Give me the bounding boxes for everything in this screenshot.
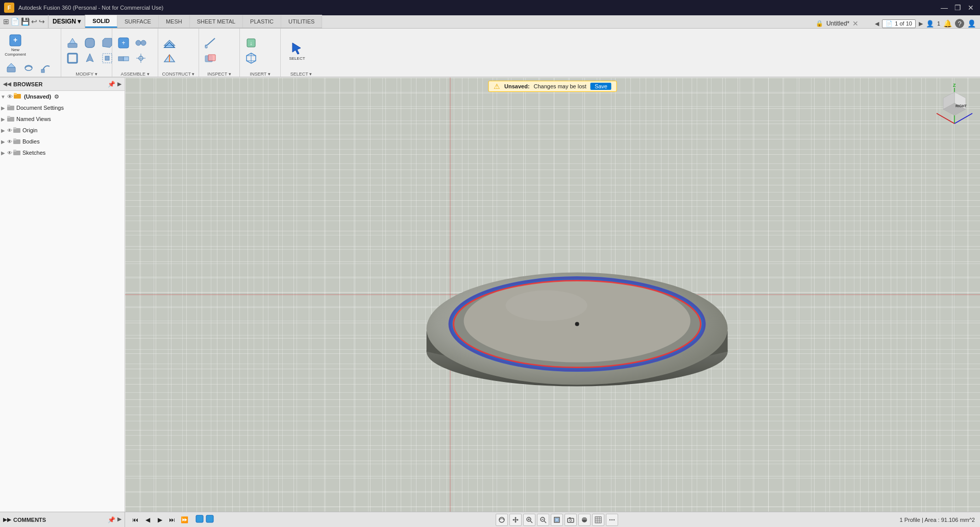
file-icon[interactable]: 📄 bbox=[11, 17, 19, 26]
browser-toggle-btn[interactable]: ◀◀ bbox=[3, 81, 11, 87]
unsaved-message: Changes may be lost bbox=[534, 83, 586, 89]
origin-label: Origin bbox=[22, 127, 37, 133]
bodies-eye-icon[interactable]: 👁 bbox=[7, 139, 12, 145]
viewport[interactable]: ⚠ Unsaved: Changes may be lost Save bbox=[125, 78, 980, 512]
orbit-btn[interactable] bbox=[496, 514, 508, 526]
as-built-joint-btn[interactable] bbox=[115, 51, 132, 65]
construct-label: CONSTRUCT ▾ bbox=[161, 71, 195, 77]
joint-origin-icon bbox=[134, 52, 148, 65]
grid-icon[interactable]: ⊞ bbox=[3, 17, 9, 26]
extrude-btn[interactable] bbox=[3, 61, 19, 75]
tab-solid[interactable]: SOLID bbox=[85, 15, 117, 28]
zoom-btn[interactable] bbox=[523, 514, 535, 526]
display-mode-btn[interactable] bbox=[578, 514, 591, 526]
tab-plastic[interactable]: PLASTIC bbox=[243, 15, 281, 28]
browser-root-item[interactable]: ▼ 👁 (Unsaved) ⚙ bbox=[0, 91, 125, 102]
timeline-first-btn[interactable]: ⏮ bbox=[130, 515, 140, 525]
tab-surface[interactable]: SURFACE bbox=[117, 15, 159, 28]
joint-icon bbox=[134, 36, 148, 50]
new-component-assemble-btn[interactable]: + bbox=[115, 36, 132, 50]
svg-rect-41 bbox=[208, 55, 215, 61]
measure-btn[interactable] bbox=[202, 36, 218, 50]
draft-btn[interactable] bbox=[82, 51, 98, 65]
timeline-fast-btn[interactable]: ⏩ bbox=[179, 515, 189, 525]
press-pull-btn[interactable] bbox=[64, 36, 81, 50]
insert-mesh-btn[interactable] bbox=[243, 51, 259, 65]
insert-label: INSERT ▾ bbox=[243, 71, 277, 77]
assemble-icons: + bbox=[115, 31, 155, 70]
browser-doc-settings[interactable]: ▶ Document Settings bbox=[0, 102, 125, 113]
joint-origin-btn[interactable] bbox=[133, 51, 149, 65]
select-btn[interactable]: SELECT bbox=[284, 36, 310, 65]
timeline-next-btn[interactable]: ⏭ bbox=[167, 515, 177, 525]
sweep-btn[interactable] bbox=[38, 61, 54, 75]
grid-display-btn[interactable] bbox=[592, 514, 604, 526]
tab-utilities[interactable]: UTILITIES bbox=[281, 15, 322, 28]
assemble-group: + bbox=[112, 29, 158, 77]
origin-eye-icon[interactable]: 👁 bbox=[7, 128, 12, 133]
design-mode-btn[interactable]: DESIGN ▾ bbox=[48, 15, 85, 28]
comments-pin-btn[interactable]: 📌 bbox=[108, 516, 115, 523]
browser-sketches[interactable]: ▶ 👁 Sketches bbox=[0, 147, 125, 158]
close-file-btn[interactable]: ✕ bbox=[852, 19, 859, 28]
svg-marker-20 bbox=[86, 54, 93, 62]
sketches-eye-icon[interactable]: 👁 bbox=[7, 150, 12, 156]
browser-pin-btn[interactable]: 📌 bbox=[108, 81, 115, 88]
close-button[interactable]: ✕ bbox=[966, 3, 976, 13]
feature-icon-2[interactable] bbox=[206, 515, 214, 524]
browser-named-views[interactable]: ▶ Named Views bbox=[0, 113, 125, 125]
camera-menu-btn[interactable] bbox=[565, 514, 577, 526]
fillet-btn[interactable] bbox=[82, 36, 98, 50]
account-icon[interactable]: 👤 bbox=[967, 19, 976, 28]
timeline-prev-btn[interactable]: ◀ bbox=[142, 515, 153, 525]
tab-sheet-metal[interactable]: SHEET METAL bbox=[190, 15, 243, 28]
svg-marker-82 bbox=[514, 521, 517, 523]
browser-bodies[interactable]: ▶ 👁 Bodies bbox=[0, 136, 125, 147]
svg-text:Z: Z bbox=[953, 83, 956, 88]
offset-plane-btn[interactable] bbox=[161, 36, 178, 50]
interference-btn[interactable] bbox=[202, 51, 218, 65]
inspect-group: INSPECT ▾ bbox=[199, 29, 240, 77]
construct-icons bbox=[161, 31, 195, 70]
more-tools-btn[interactable] bbox=[606, 514, 618, 526]
assemble-label: ASSEMBLE ▾ bbox=[115, 71, 155, 77]
save-button[interactable]: Save bbox=[591, 83, 611, 90]
joint-btn[interactable] bbox=[133, 36, 149, 50]
notification-icon[interactable]: 🔔 bbox=[943, 19, 952, 28]
new-component-btn[interactable]: + New Component bbox=[3, 31, 28, 59]
feature-icon-1[interactable] bbox=[195, 515, 204, 524]
undo-icon[interactable]: ↩ bbox=[31, 17, 37, 26]
user-icon[interactable]: 👤 bbox=[926, 20, 934, 28]
comments-expand-icon[interactable]: ▶ bbox=[117, 516, 121, 523]
bodies-label: Bodies bbox=[22, 138, 40, 145]
select-label-group: SELECT ▾ bbox=[284, 71, 318, 77]
redo-icon[interactable]: ↪ bbox=[39, 17, 45, 26]
browser-origin[interactable]: ▶ 👁 Origin bbox=[0, 125, 125, 136]
view-cube[interactable]: Z RIGHT bbox=[934, 83, 975, 124]
comments-controls: 📌 ▶ bbox=[108, 516, 121, 523]
plane-angle-btn[interactable] bbox=[161, 51, 178, 65]
page-forward-btn[interactable]: ▶ bbox=[919, 20, 923, 27]
timeline-play-btn[interactable]: ▶ bbox=[155, 515, 165, 525]
browser-expand-btn[interactable]: ▶ bbox=[117, 81, 121, 87]
save-icon[interactable]: 💾 bbox=[21, 17, 30, 26]
minimize-button[interactable]: — bbox=[939, 3, 949, 13]
root-settings-icon[interactable]: ⚙ bbox=[54, 93, 59, 100]
comments-expand-btn[interactable]: ▶▶ bbox=[3, 517, 11, 522]
restore-button[interactable]: ❐ bbox=[952, 3, 963, 13]
shell-btn[interactable] bbox=[64, 51, 81, 65]
svg-point-95 bbox=[570, 519, 572, 521]
tab-mesh[interactable]: MESH bbox=[159, 15, 190, 28]
app-icon: F bbox=[4, 3, 14, 13]
svg-rect-4 bbox=[7, 67, 15, 72]
fit-screen-btn[interactable] bbox=[551, 514, 563, 526]
top-right-controls: 🔒 Untitled* ✕ ◀ 📄 1 of 10 ▶ 👤 1 🔔 ? 👤 bbox=[812, 19, 980, 28]
insert-derive-btn[interactable]: ↓ bbox=[243, 36, 259, 50]
root-eye-icon[interactable]: 👁 bbox=[7, 93, 13, 100]
revolve-btn[interactable] bbox=[20, 61, 37, 75]
zoom-window-btn[interactable] bbox=[537, 514, 549, 526]
svg-point-105 bbox=[614, 519, 615, 520]
help-icon[interactable]: ? bbox=[955, 19, 964, 28]
pan-btn[interactable] bbox=[509, 514, 522, 526]
page-back-btn[interactable]: ◀ bbox=[875, 20, 879, 27]
